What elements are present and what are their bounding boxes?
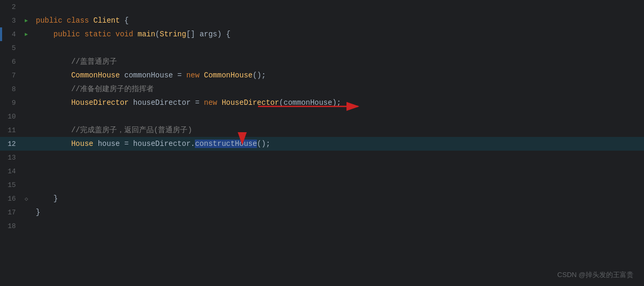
keyword-class: class	[67, 16, 93, 25]
indent-16	[36, 194, 54, 203]
blue-bar-4	[0, 27, 2, 41]
code-line-9: 9 HouseDirector houseDirector = new Hous…	[0, 96, 644, 110]
code-content-11: //完成盖房子，返回产品(普通房子)	[32, 123, 644, 137]
line-num-13: 13	[0, 154, 21, 162]
punct-7: ();	[253, 71, 266, 80]
method-constructhouse: constructHouse	[195, 140, 257, 148]
classname-client: Client	[93, 16, 120, 25]
watermark: CSDN @掉头发的王富贵	[557, 270, 633, 280]
indent-7	[36, 71, 71, 80]
code-line-17: 17 }	[0, 205, 644, 219]
run-arrow-4[interactable]: ▶	[25, 31, 28, 37]
code-content-6: //盖普通房子	[32, 55, 644, 68]
line-num-5: 5	[0, 44, 21, 52]
code-line-15: 15	[0, 178, 644, 192]
line-num-7: 7	[0, 72, 21, 80]
new-housedirector: HouseDirector	[222, 98, 279, 107]
punct-12: ();	[257, 140, 270, 148]
code-line-6: 6 //盖普通房子	[0, 55, 644, 68]
code-line-13: 13	[0, 151, 644, 164]
code-line-5: 5	[0, 41, 644, 55]
code-area: 2 3 ▶ public class Client { 4 ▶ public s…	[0, 0, 644, 286]
code-line-16: 16 ◇ }	[0, 192, 644, 205]
indent-9	[36, 98, 71, 107]
closing-brace-17: }	[36, 208, 40, 216]
code-content-7: CommonHouse commonHouse = new CommonHous…	[32, 68, 644, 82]
kw-new-7: new	[186, 71, 204, 80]
code-content-16: }	[32, 192, 644, 205]
line-num-8: 8	[0, 85, 21, 93]
type-housedirector: HouseDirector	[71, 98, 128, 107]
code-line-18: 18	[0, 219, 644, 233]
comment-6: //盖普通房子	[36, 57, 117, 66]
line-num-15: 15	[0, 181, 21, 189]
new-commonhouse: CommonHouse	[204, 71, 252, 80]
kw-void: void	[115, 30, 137, 38]
gutter-16: ◇	[21, 195, 32, 202]
keyword-public: public	[36, 16, 67, 25]
code-line-11: 11 //完成盖房子，返回产品(普通房子)	[0, 123, 644, 137]
closing-brace-16: }	[54, 194, 58, 203]
line-num-11: 11	[0, 126, 21, 134]
line-num-3: 3	[0, 17, 21, 25]
gutter-4: ▶	[21, 31, 32, 37]
comment-8: //准备创建房子的指挥者	[36, 85, 154, 93]
code-content-12: House house = houseDirector.constructHou…	[32, 137, 644, 151]
line-num-4: 4	[0, 31, 21, 38]
fold-icon-16: ◇	[25, 195, 28, 202]
gutter-3: ▶	[21, 17, 32, 24]
line-num-12: 12	[0, 140, 21, 148]
var-commonhouse: commonHouse =	[120, 71, 186, 80]
var-house: house = houseDirector.	[93, 140, 195, 148]
code-line-7: 7 CommonHouse commonHouse = new CommonHo…	[0, 68, 644, 82]
code-line-10: 10	[0, 110, 644, 123]
comment-11: //完成盖房子，返回产品(普通房子)	[36, 126, 192, 134]
kw-new-9: new	[204, 98, 222, 107]
kw-public-4: public	[54, 30, 85, 38]
kw-static: static	[84, 30, 115, 38]
line-num-18: 18	[0, 222, 21, 230]
indent-4	[36, 30, 54, 38]
type-commonhouse: CommonHouse	[71, 71, 120, 80]
line-num-17: 17	[0, 209, 21, 216]
code-content-8: //准备创建房子的指挥者	[32, 82, 644, 96]
run-arrow-3[interactable]: ▶	[25, 17, 28, 24]
punct-3: {	[120, 16, 129, 25]
code-line-12: 12 House house = houseDirector.construct…	[0, 137, 644, 151]
line-num-6: 6	[0, 58, 21, 66]
code-content-9: HouseDirector houseDirector = new HouseD…	[32, 96, 644, 110]
punct-4b: [] args) {	[186, 30, 231, 38]
line-num-16: 16	[0, 195, 21, 203]
code-line-8: 8 //准备创建房子的指挥者	[0, 82, 644, 96]
code-line-4: 4 ▶ public static void main(String[] arg…	[0, 27, 644, 41]
code-content-4: public static void main(String[] args) {	[32, 27, 644, 41]
method-main: main	[137, 30, 155, 38]
code-editor: 2 3 ▶ public class Client { 4 ▶ public s…	[0, 0, 644, 286]
code-line-2: 2	[0, 0, 644, 14]
line-num-9: 9	[0, 99, 21, 107]
punct-9: (commonHouse);	[279, 98, 341, 107]
code-line-3: 3 ▶ public class Client {	[0, 14, 644, 27]
code-content-17: }	[32, 205, 644, 219]
line-num-10: 10	[0, 113, 21, 121]
code-line-14: 14	[0, 164, 644, 178]
line-num-14: 14	[0, 167, 21, 175]
indent-12	[36, 140, 71, 148]
watermark-text: CSDN @掉头发的王富贵	[557, 271, 633, 279]
line-num-2: 2	[0, 3, 21, 11]
type-string: String	[160, 30, 186, 38]
type-house: House	[71, 140, 93, 148]
var-housedirector: houseDirector =	[128, 98, 204, 107]
punct-4: (	[155, 30, 160, 38]
code-content-3: public class Client {	[32, 14, 644, 27]
